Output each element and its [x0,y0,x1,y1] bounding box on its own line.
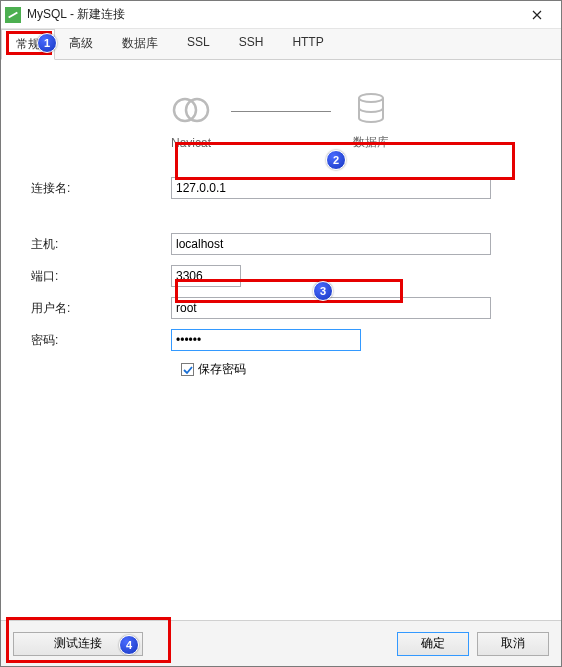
label-port: 端口: [21,268,171,285]
label-password: 密码: [21,332,171,349]
tab-database[interactable]: 数据库 [108,29,173,59]
svg-point-2 [359,94,383,102]
app-name: MySQL [27,7,67,21]
input-user[interactable] [171,297,491,319]
tab-advanced[interactable]: 高级 [55,29,108,59]
diagram-left-label: Navicat [171,136,211,150]
tab-general[interactable]: 常规 [1,29,55,60]
checkbox-save-password[interactable]: 保存密码 [181,361,541,378]
title-bar: MySQL - 新建连接 [1,1,561,29]
tab-bar: 常规 高级 数据库 SSL SSH HTTP [1,29,561,60]
app-icon [5,7,21,23]
cancel-button[interactable]: 取消 [477,632,549,656]
connection-diagram: Navicat 数据库 [21,88,541,151]
input-password[interactable] [171,329,361,351]
input-host[interactable] [171,233,491,255]
label-connection-name: 连接名: [21,180,171,197]
label-host: 主机: [21,236,171,253]
ok-button[interactable]: 确定 [397,632,469,656]
window-title: MySQL - 新建连接 [27,6,517,23]
input-connection-name[interactable] [171,177,491,199]
close-icon [532,10,542,20]
dialog-window: MySQL - 新建连接 常规 高级 数据库 SSL SSH HTTP Navi… [0,0,562,667]
input-port[interactable] [171,265,241,287]
test-connection-button[interactable]: 测试连接 [13,632,143,656]
label-save-password: 保存密码 [198,361,246,378]
tab-ssh[interactable]: SSH [225,29,279,59]
diagram-connector [231,111,331,112]
diagram-right-label: 数据库 [353,134,389,151]
database-icon [351,88,391,128]
window-subtitle: 新建连接 [77,7,125,21]
content-area: Navicat 数据库 连接名: 主机: 端口: 用户名: [1,60,561,620]
button-bar: 测试连接 确定 取消 [1,620,561,666]
label-user: 用户名: [21,300,171,317]
navicat-icon [171,90,211,130]
tab-ssl[interactable]: SSL [173,29,225,59]
close-button[interactable] [517,1,557,29]
tab-http[interactable]: HTTP [278,29,338,59]
checkmark-icon [181,363,194,376]
